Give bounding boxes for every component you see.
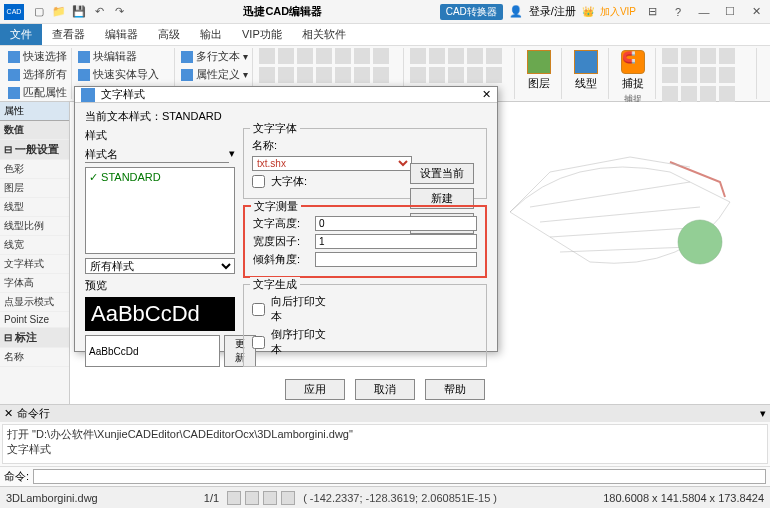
login-link[interactable]: 登录/注册 [529,4,576,19]
status-icon[interactable] [245,491,259,505]
draw-icon[interactable] [297,48,313,64]
panel-tab-properties[interactable]: 属性 [0,102,69,121]
draw-icon[interactable] [278,48,294,64]
dialog-close-icon[interactable]: ✕ [482,88,491,101]
modify-icon[interactable] [467,67,483,83]
width-input[interactable] [315,234,477,249]
prop-pointmode[interactable]: 点显示模式 [0,293,69,312]
minimize-button[interactable]: — [694,6,714,18]
draw-icon[interactable] [335,48,351,64]
edit-icon[interactable] [681,86,697,102]
prop-fontheight[interactable]: 字体高 [0,274,69,293]
prop-textstyle[interactable]: 文字样式 [0,255,69,274]
draw-icon[interactable] [259,67,275,83]
tab-file[interactable]: 文件 [0,24,42,45]
edit-icon[interactable] [719,86,735,102]
edit-icon[interactable] [681,67,697,83]
status-icon[interactable] [263,491,277,505]
cmd-close-icon[interactable]: ✕ [4,407,13,420]
style-list[interactable]: ✓ STANDARD [85,167,235,254]
draw-icon[interactable] [335,67,351,83]
modify-icon[interactable] [448,67,464,83]
prop-layer[interactable]: 图层 [0,179,69,198]
layer-button[interactable]: 图层 [521,48,557,93]
draw-icon[interactable] [354,67,370,83]
prop-ltscale[interactable]: 线型比例 [0,217,69,236]
panel-dimension[interactable]: ⊟ 标注 [0,328,69,348]
new-icon[interactable]: ▢ [32,5,46,19]
height-input[interactable] [315,216,477,231]
block-editor[interactable]: 块编辑器 [78,48,170,65]
edit-icon[interactable] [719,67,735,83]
cad-converter-button[interactable]: CAD转换器 [440,4,503,20]
backward-checkbox[interactable] [252,303,265,316]
tab-output[interactable]: 输出 [190,24,232,45]
dialog-titlebar[interactable]: 文字样式 ✕ [75,87,497,103]
draw-icon[interactable] [259,48,275,64]
cancel-button[interactable]: 取消 [355,379,415,400]
maximize-button[interactable]: ☐ [720,5,740,18]
modify-icon[interactable] [410,67,426,83]
edit-icon[interactable] [681,48,697,64]
upside-checkbox[interactable] [252,336,265,349]
prop-name[interactable]: 名称 [0,348,69,367]
modify-icon[interactable] [486,67,502,83]
modify-icon[interactable] [467,48,483,64]
draw-icon[interactable] [373,48,389,64]
match-props[interactable]: 匹配属性 [8,84,67,101]
set-current-button[interactable]: 设置当前 [410,163,474,184]
preview-input[interactable] [85,335,220,367]
oblique-input[interactable] [315,252,477,267]
undo-icon[interactable]: ↶ [92,5,106,19]
entity-import[interactable]: 快速实体导入 [78,66,170,83]
multiline-text[interactable]: 多行文本 ▾ [181,48,248,65]
modify-icon[interactable] [448,48,464,64]
save-icon[interactable]: 💾 [72,5,86,19]
panel-general[interactable]: ⊟ 一般设置 [0,140,69,160]
draw-icon[interactable] [316,67,332,83]
tab-editor[interactable]: 编辑器 [95,24,148,45]
select-all[interactable]: 选择所有 [8,66,67,83]
tab-view[interactable]: 查看器 [42,24,95,45]
draw-icon[interactable] [278,67,294,83]
linetype-button[interactable]: 线型 [568,48,604,93]
close-button[interactable]: ✕ [746,5,766,18]
edit-icon[interactable] [700,48,716,64]
edit-icon[interactable] [662,67,678,83]
tab-related[interactable]: 相关软件 [292,24,356,45]
redo-icon[interactable]: ↷ [112,5,126,19]
sort-icon[interactable]: ▾ [229,147,235,163]
edit-icon[interactable] [662,48,678,64]
vip-link[interactable]: 加入VIP [600,5,636,19]
edit-icon[interactable] [700,67,716,83]
status-icon[interactable] [281,491,295,505]
help-button[interactable]: 帮助 [425,379,485,400]
prop-color[interactable]: 色彩 [0,160,69,179]
cmd-dropdown-icon[interactable]: ▾ [760,407,766,420]
draw-icon[interactable] [316,48,332,64]
snap-button[interactable]: 🧲捕捉 [615,48,651,93]
tab-advanced[interactable]: 高级 [148,24,190,45]
apply-button[interactable]: 应用 [285,379,345,400]
modify-icon[interactable] [486,48,502,64]
draw-icon[interactable] [354,48,370,64]
edit-icon[interactable] [719,48,735,64]
bigfont-checkbox[interactable] [252,175,265,188]
font-select[interactable]: txt.shx [252,156,412,171]
status-icon[interactable] [227,491,241,505]
prop-pointsize[interactable]: Point Size [0,312,69,328]
prop-linetype[interactable]: 线型 [0,198,69,217]
edit-icon[interactable] [700,86,716,102]
user-icon[interactable]: 👤 [509,5,523,18]
settings-icon[interactable]: ⊟ [642,5,662,18]
quick-select[interactable]: 快速选择 [8,48,67,65]
open-icon[interactable]: 📁 [52,5,66,19]
help-icon[interactable]: ? [668,6,688,18]
prop-lineweight[interactable]: 线宽 [0,236,69,255]
draw-icon[interactable] [297,67,313,83]
modify-icon[interactable] [410,48,426,64]
attr-def[interactable]: 属性定义 ▾ [181,66,248,83]
edit-icon[interactable] [662,86,678,102]
command-input[interactable] [33,469,766,484]
modify-icon[interactable] [429,67,445,83]
